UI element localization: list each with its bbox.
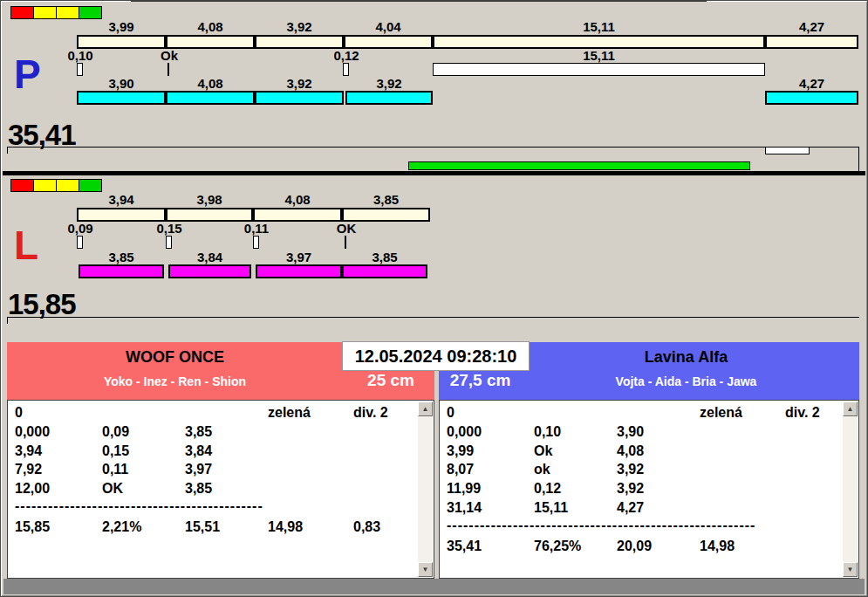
table-cell: 15,85	[15, 518, 50, 535]
status-light	[79, 179, 102, 192]
time-bar-segment-p	[345, 91, 433, 105]
table-cell: 0,11	[102, 461, 128, 477]
table-cell: ok	[534, 461, 550, 477]
time-bar-segment-l	[168, 264, 251, 278]
team-right-dogs: Vojta - Aida - Bria - Jawa	[513, 374, 859, 388]
table-cell: 4,27	[617, 499, 644, 516]
bar-value-label-p: 15,11	[583, 49, 615, 62]
table-cell: 0,15	[102, 443, 129, 459]
scroll-up-icon[interactable]: ▲	[843, 401, 858, 416]
team-left-size: 25 cm	[356, 371, 426, 390]
table-cell: 4,08	[617, 443, 644, 459]
table-cell: 12,00	[15, 480, 50, 497]
lane-marker-box	[765, 147, 810, 154]
time-bar-segment-l	[342, 264, 427, 278]
table-cell: 0,09	[102, 423, 129, 440]
bar-value-label-p: 3,92	[376, 77, 401, 90]
time-bar-segment-l	[256, 264, 342, 278]
split-tick-p	[77, 63, 83, 76]
bar-value-label-p: 4,08	[197, 20, 222, 33]
table-cell: 2,21%	[102, 518, 141, 535]
table-cell: 14,98	[268, 518, 303, 535]
table-cell: 14,98	[700, 538, 735, 554]
table-cell: 0,12	[534, 480, 561, 497]
bar-value-label-p: 4,27	[799, 77, 824, 90]
split-value-label-l: 0,09	[67, 222, 92, 235]
status-light	[10, 179, 34, 192]
bar-value-label-p: 3,92	[286, 77, 311, 90]
results-table-left[interactable]: ▲ ▼ 0zelenádiv. 20,0000,093,853,940,153,…	[7, 400, 434, 579]
bar-value-label-p: 4,04	[375, 20, 400, 33]
table-cell: zelená	[700, 404, 742, 421]
time-bar-segment-p	[77, 91, 166, 105]
table-cell: 15,11	[534, 499, 568, 516]
p-right-edge-line	[858, 147, 859, 172]
status-light	[33, 179, 57, 192]
time-bar-segment-l	[253, 208, 342, 222]
bar-value-label-p: 4,08	[197, 77, 222, 90]
panel-divider	[3, 171, 865, 175]
scroll-down-icon[interactable]: ▼	[418, 562, 433, 577]
time-bar-segment-p	[255, 35, 344, 49]
table-cell: 8,07	[447, 461, 474, 477]
table-cell: 3,99	[447, 443, 474, 459]
team-right-size: 27,5 cm	[443, 371, 517, 390]
team-left-name: WOOF ONCE	[7, 348, 343, 367]
table-cell: 0,000	[447, 423, 482, 440]
p-baseline	[7, 147, 859, 148]
bar-value-label-l: 3,98	[196, 193, 222, 206]
table-cell: zelená	[268, 404, 311, 421]
bar-value-label-p: 15,11	[583, 20, 615, 33]
time-bar-segment-p	[77, 35, 166, 49]
match-datetime: 12.05.2024 09:28:10	[342, 341, 530, 371]
bar-value-label-p: 3,92	[286, 20, 311, 33]
app-window: P 35,41 3,994,083,924,0415,114,270,10Ok0…	[0, 0, 868, 597]
split-tick-l	[345, 236, 346, 249]
bar-value-label-l: 3,85	[372, 250, 397, 264]
scroll-down-icon[interactable]: ▼	[843, 562, 858, 577]
table-cell: 35,41	[447, 538, 482, 554]
bar-value-label-p: 3,90	[108, 77, 133, 90]
table-cell: 15,51	[185, 518, 220, 535]
bar-value-label-l: 3,85	[373, 193, 399, 206]
table-cell: OK	[102, 480, 123, 497]
bottom-status-strip	[3, 579, 865, 594]
table-cell: 0,000	[15, 423, 50, 440]
time-bar-segment-p	[765, 35, 858, 49]
table-cell: 0,10	[534, 423, 561, 440]
time-bar-segment-l	[166, 208, 253, 222]
split-value-label-p: 0,12	[333, 49, 359, 62]
bar-value-label-p: 3,99	[108, 20, 133, 33]
bar-value-label-l: 4,08	[284, 193, 310, 206]
time-bar-segment-p	[255, 91, 344, 105]
split-value-label-l: 0,11	[244, 222, 269, 235]
table-cell: 3,92	[617, 461, 644, 477]
table-cell: 11,99	[447, 480, 481, 497]
status-lights-l	[11, 179, 102, 192]
table-cell: 3,85	[185, 480, 212, 497]
time-bar-segment-p	[166, 35, 255, 49]
bar-value-label-l: 3,85	[108, 250, 133, 264]
bar-value-label-l: 3,97	[286, 250, 311, 264]
table-cell: 3,84	[185, 443, 212, 459]
table-cell: 7,92	[15, 461, 42, 477]
scroll-up-icon[interactable]: ▲	[418, 401, 433, 416]
results-table-right[interactable]: ▲ ▼ 0zelenádiv. 20,0000,103,903,99Ok4,08…	[439, 400, 859, 579]
table-cell: 0	[15, 404, 23, 421]
p-baseline-tick	[7, 148, 8, 154]
time-bar-segment-l	[342, 208, 430, 222]
time-bar-segment-l	[77, 208, 166, 222]
scrollbar-right[interactable]: ▲ ▼	[843, 401, 858, 577]
table-cell: 20,09	[617, 538, 652, 554]
scrollbar-left[interactable]: ▲ ▼	[418, 401, 433, 577]
bar-value-label-p: 4,27	[799, 20, 824, 33]
split-tick-l	[253, 236, 259, 249]
time-bar-segment-l	[79, 264, 164, 278]
bar-value-label-l: 3,84	[197, 250, 222, 264]
table-cell: 0	[447, 404, 455, 421]
split-tick-p	[167, 63, 169, 76]
run-progress-bar	[408, 161, 750, 170]
table-cell: 76,25%	[534, 538, 581, 554]
split-value-label-l: 0,15	[156, 222, 181, 235]
l-baseline	[7, 317, 859, 318]
